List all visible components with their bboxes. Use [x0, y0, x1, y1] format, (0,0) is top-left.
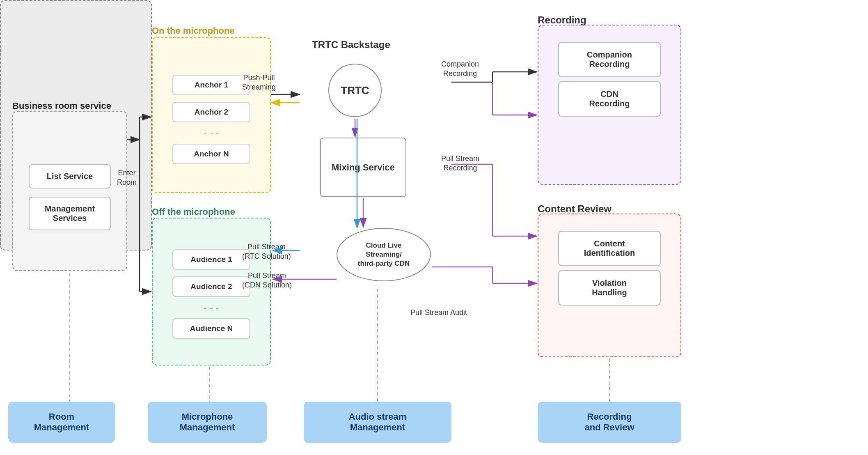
review-section-title: Content Review	[538, 203, 611, 215]
anchor2-box: Anchor 2	[172, 102, 250, 122]
business-room-box: List Service Management Services	[12, 111, 127, 271]
cloud-label: Cloud Live Streaming/ third-party CDN	[358, 241, 410, 268]
on-mic-title: On the microphone	[152, 25, 235, 36]
trtc-label: TRTC	[341, 84, 369, 97]
pull-stream-rtc-label: Pull Stream (RTC Solution)	[242, 242, 291, 262]
enter-room-label: Enter Room	[117, 168, 137, 188]
management-services-label: Management Services	[45, 204, 95, 223]
pull-stream-recording-label: Pull Stream Recording	[441, 154, 479, 173]
audio-stream-management-box: Audio stream Management	[304, 402, 451, 443]
recording-outer-box: Companion Recording CDN Recording	[538, 25, 681, 185]
recording-section-title: Recording	[538, 14, 586, 26]
anchor-ellipsis: - - -	[204, 127, 219, 139]
cdn-recording-box: CDN Recording	[558, 81, 661, 117]
room-management-box: Room Management	[8, 402, 115, 443]
companion-recording-box: Companion Recording	[558, 42, 661, 77]
off-mic-title: Off the microphone	[152, 207, 235, 217]
anchor1-box: Anchor 1	[172, 75, 250, 95]
cdn-recording-label: CDN Recording	[589, 90, 630, 108]
violation-handling-box: Violation Handling	[558, 270, 661, 306]
companion-recording-arrow-label: Companion Recording	[441, 60, 479, 79]
audience1-box: Audience 1	[172, 249, 250, 270]
companion-recording-label: Companion Recording	[587, 50, 632, 69]
recording-review-label: Recording and Review	[584, 411, 634, 433]
audience1-label: Audience 1	[190, 255, 232, 264]
audience-ellipsis: - - -	[204, 302, 219, 313]
room-management-label: Room Management	[34, 411, 89, 433]
anchorN-box: Anchor N	[172, 144, 250, 164]
audience2-box: Audience 2	[172, 276, 250, 297]
off-mic-box: Audience 1 Audience 2 - - - Audience N	[152, 218, 271, 365]
mixing-service-box: Mixing Service	[320, 138, 406, 197]
violation-handling-label: Violation Handling	[592, 278, 627, 297]
audienceN-box: Audience N	[172, 318, 250, 339]
mixing-service-label: Mixing Service	[332, 162, 395, 173]
microphone-management-label: Microphone Management	[180, 411, 235, 433]
audience2-label: Audience 2	[190, 282, 232, 291]
list-service-label: List Service	[47, 172, 93, 181]
pull-stream-cdn-label: Pull Stream (CDN Solution)	[242, 271, 292, 290]
push-pull-label: Push-Pull Streaming	[242, 73, 276, 92]
content-identification-label: Content Identification	[584, 239, 635, 257]
audio-stream-management-label: Audio stream Management	[349, 411, 407, 433]
anchor1-label: Anchor 1	[195, 80, 228, 89]
pull-stream-audit-label: Pull Stream Audit	[410, 308, 467, 317]
trtc-circle: TRTC	[328, 64, 382, 117]
diagram-container: List Service Management Services Busines…	[0, 0, 868, 455]
microphone-management-box: Microphone Management	[148, 402, 267, 443]
business-room-title: Business room service	[12, 101, 111, 111]
review-outer-box: Content Identification Violation Handlin…	[538, 214, 681, 357]
trtc-backstage-title: TRTC Backstage	[312, 39, 390, 51]
on-mic-box: Anchor 1 Anchor 2 - - - Anchor N	[152, 37, 271, 193]
list-service-box: List Service	[29, 164, 111, 188]
content-identification-box: Content Identification	[558, 231, 661, 266]
anchor2-label: Anchor 2	[195, 108, 228, 116]
anchorN-label: Anchor N	[194, 149, 229, 158]
recording-review-box: Recording and Review	[538, 402, 681, 443]
cloud-ellipse: Cloud Live Streaming/ third-party CDN	[337, 228, 431, 281]
management-services-box: Management Services	[29, 197, 111, 230]
audienceN-label: Audience N	[190, 324, 233, 333]
